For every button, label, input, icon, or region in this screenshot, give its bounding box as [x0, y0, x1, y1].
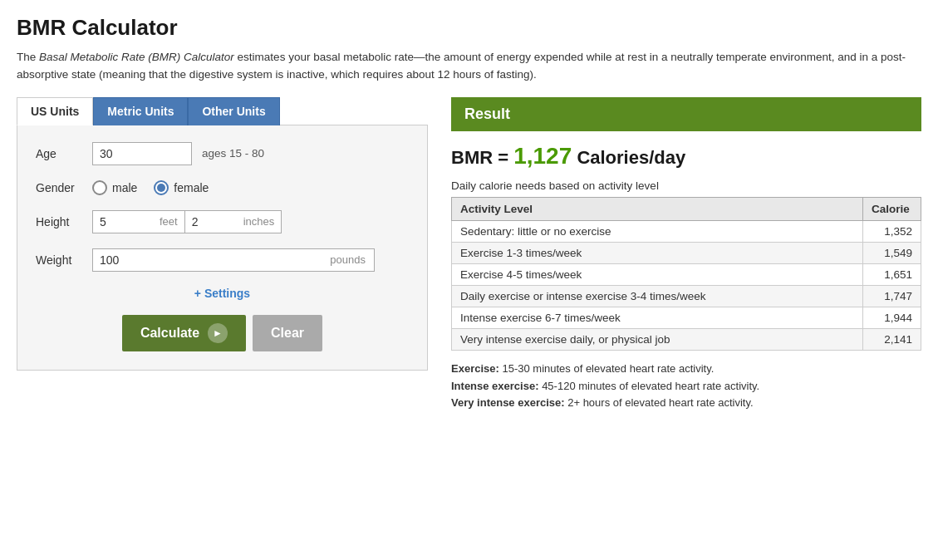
daily-calorie-label: Daily calorie needs based on activity le…: [451, 179, 921, 192]
age-row: Age ages 15 - 80: [36, 142, 409, 165]
activity-cell: Exercise 1-3 times/week: [452, 242, 863, 263]
gender-female-option[interactable]: female: [154, 180, 209, 195]
calories-cell: 1,747: [863, 285, 921, 307]
calories-cell: 1,352: [863, 220, 921, 242]
male-radio[interactable]: [92, 180, 107, 195]
weight-label: Weight: [36, 253, 92, 267]
footnote-very-intense: Very intense exercise: 2+ hours of eleva…: [451, 395, 921, 412]
age-hint: ages 15 - 80: [202, 147, 264, 160]
footnote-intense: Intense exercise: 45-120 minutes of elev…: [451, 378, 921, 395]
height-inputs: feet inches: [92, 210, 282, 233]
bmr-label: BMR =: [451, 147, 513, 168]
calculate-button[interactable]: Calculate ►: [122, 315, 246, 351]
footnote3-bold: Very intense exercise:: [451, 396, 565, 409]
calculate-label: Calculate: [140, 326, 199, 341]
footnote2-text: 45-120 minutes of elevated heart rate ac…: [539, 380, 760, 392]
inches-input-wrap: inches: [185, 210, 282, 233]
inches-unit: inches: [243, 215, 282, 228]
footnote1-bold: Exercise:: [451, 362, 499, 375]
activity-cell: Daily exercise or intense exercise 3-4 t…: [452, 285, 863, 307]
settings-link[interactable]: + Settings: [194, 287, 250, 300]
calories-cell: 1,651: [863, 263, 921, 285]
weight-input[interactable]: [93, 249, 330, 271]
feet-unit: feet: [160, 215, 184, 228]
calories-cell: 1,944: [863, 307, 921, 328]
table-row: Exercise 4-5 times/week1,651: [452, 263, 921, 285]
weight-unit: pounds: [330, 253, 374, 266]
table-row: Sedentary: little or no exercise1,352: [452, 220, 921, 242]
height-row: Height feet inches: [36, 210, 409, 233]
result-panel: Result BMR = 1,127 Calories/day Daily ca…: [451, 97, 921, 412]
bmr-unit: Calories/day: [572, 147, 685, 168]
col-activity: Activity Level: [452, 197, 863, 220]
footnote3-text: 2+ hours of elevated heart rate activity…: [565, 396, 754, 409]
unit-tabs: US Units Metric Units Other Units: [17, 97, 428, 125]
gender-label: Gender: [36, 181, 92, 194]
weight-input-wrap: pounds: [92, 248, 375, 272]
bmr-result: BMR = 1,127 Calories/day: [451, 143, 921, 169]
table-row: Exercise 1-3 times/week1,549: [452, 242, 921, 263]
activity-cell: Intense exercise 6-7 times/week: [452, 307, 863, 328]
activity-table: Activity Level Calorie Sedentary: little…: [451, 197, 921, 351]
footnotes: Exercise: 15-30 minutes of elevated hear…: [451, 361, 921, 412]
form-panel: Age ages 15 - 80 Gender male female: [17, 125, 428, 371]
footnote1-text: 15-30 minutes of elevated heart rate act…: [499, 362, 714, 375]
tab-metric-units[interactable]: Metric Units: [93, 97, 188, 125]
gender-options: male female: [92, 180, 209, 195]
bmr-value: 1,127: [513, 143, 572, 169]
gender-male-option[interactable]: male: [92, 180, 137, 195]
female-label: female: [174, 181, 209, 194]
button-row: Calculate ► Clear: [36, 315, 409, 351]
calculator-panel: US Units Metric Units Other Units Age ag…: [17, 97, 428, 371]
activity-cell: Sedentary: little or no exercise: [452, 220, 863, 242]
footnote-exercise: Exercise: 15-30 minutes of elevated hear…: [451, 361, 921, 378]
tab-us-units[interactable]: US Units: [17, 97, 93, 125]
settings-link-wrap: + Settings: [36, 287, 409, 300]
feet-input-wrap: feet: [92, 210, 185, 233]
result-header: Result: [451, 97, 921, 131]
age-input[interactable]: [92, 142, 192, 165]
calories-cell: 1,549: [863, 242, 921, 263]
table-header-row: Activity Level Calorie: [452, 197, 921, 220]
feet-input[interactable]: [93, 211, 160, 233]
table-row: Daily exercise or intense exercise 3-4 t…: [452, 285, 921, 307]
male-label: male: [112, 181, 137, 194]
page-title: BMR Calculator: [17, 15, 921, 41]
inches-input[interactable]: [185, 211, 243, 233]
female-radio[interactable]: [154, 180, 169, 195]
tab-other-units[interactable]: Other Units: [188, 97, 279, 125]
gender-row: Gender male female: [36, 180, 409, 195]
clear-button[interactable]: Clear: [253, 315, 322, 351]
activity-cell: Very intense exercise daily, or physical…: [452, 328, 863, 350]
table-row: Intense exercise 6-7 times/week1,944: [452, 307, 921, 328]
age-label: Age: [36, 147, 92, 160]
height-label: Height: [36, 215, 92, 228]
calories-cell: 2,141: [863, 328, 921, 350]
table-row: Very intense exercise daily, or physical…: [452, 328, 921, 350]
footnote2-bold: Intense exercise:: [451, 380, 539, 392]
page-description: The Basal Metabolic Rate (BMR) Calculato…: [17, 49, 921, 84]
activity-cell: Exercise 4-5 times/week: [452, 263, 863, 285]
weight-row: Weight pounds: [36, 248, 409, 272]
arrow-icon: ►: [208, 323, 228, 343]
col-calorie: Calorie: [863, 197, 921, 220]
